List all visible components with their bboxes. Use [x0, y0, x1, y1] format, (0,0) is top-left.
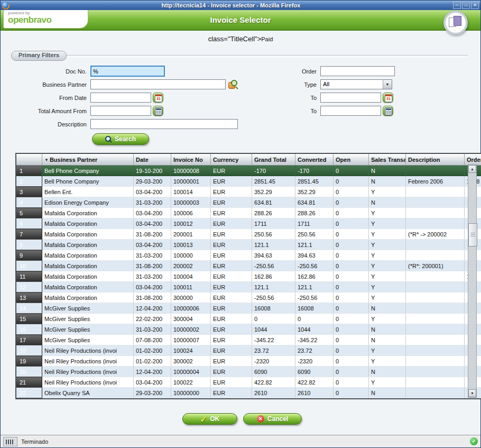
amount-from-calculator-button[interactable]	[153, 106, 163, 116]
cell-currency: EUR	[211, 229, 252, 240]
cell-sales: Y	[369, 292, 406, 303]
to-date-input[interactable]	[320, 93, 381, 103]
total-amount-from-input[interactable]	[90, 106, 151, 116]
invoice-row[interactable]: 21Neil Riley Productions (invoi03-04-200…	[16, 377, 481, 388]
business-partner-input[interactable]	[90, 79, 226, 89]
scroll-up-button[interactable]: ▲	[468, 165, 476, 173]
cell-converted: 634.81	[295, 197, 334, 208]
from-date-input[interactable]	[90, 93, 151, 103]
browser-window: http://tecnicia14 - Invoice selector - M…	[0, 0, 481, 448]
cell-invoice: 200002	[171, 261, 211, 271]
column-header-date[interactable]: Date	[134, 154, 171, 166]
column-header-order[interactable]: Order	[465, 154, 481, 166]
to-amount-input[interactable]	[320, 106, 381, 116]
description-input[interactable]	[90, 119, 238, 129]
cancel-button[interactable]: ✕ Cancel	[243, 413, 302, 425]
invoice-row[interactable]: 5Mafalda Corporation03-04-200100006EUR28…	[16, 208, 481, 218]
invoice-row[interactable]: 2Bell Phone Company29-03-20010000001EUR2…	[16, 176, 481, 187]
cell-open: 0	[334, 166, 369, 176]
column-header-open[interactable]: Open	[334, 154, 369, 166]
invoice-grid: ▼Business PartnerDateInvoice NoCurrencyG…	[15, 153, 481, 399]
column-header-invoice[interactable]: Invoice No	[171, 154, 211, 166]
invoice-row[interactable]: 14McGiver Supplies12-04-20010000006EUR16…	[16, 303, 481, 314]
cell-date: 31-08-200	[134, 261, 171, 271]
invoice-row[interactable]: 8Mafalda Corporation03-04-200100013EUR12…	[16, 240, 481, 250]
to-amount-calculator-button[interactable]	[383, 106, 393, 116]
invoice-row[interactable]: 10Mafalda Corporation31-08-200200002EUR-…	[16, 261, 481, 271]
invoice-row[interactable]: 1Bell Phone Company19-10-20010000008EUR-…	[16, 166, 481, 176]
cell-open: 0	[334, 292, 369, 303]
cell-converted: 1711	[295, 218, 334, 229]
invoice-row[interactable]: 9Mafalda Corporation31-03-200100000EUR39…	[16, 250, 481, 261]
order-input[interactable]	[320, 66, 395, 76]
calculator-screen	[156, 108, 161, 110]
cell-grand: 1044	[252, 324, 295, 335]
cell-date: 03-04-200	[134, 240, 171, 250]
invoice-row[interactable]: 19Neil Riley Productions (invoi01-02-200…	[16, 356, 481, 367]
invoice-row[interactable]: 15McGiver Supplies22-02-200300004EUR000Y	[16, 314, 481, 324]
invoice-row[interactable]: 13Mafalda Corporation31-08-200300000EUR-…	[16, 292, 481, 303]
column-header-desc[interactable]: Description	[406, 154, 465, 166]
cell-invoice: 300002	[171, 356, 211, 367]
column-header-rownum[interactable]	[16, 154, 42, 166]
invoice-row[interactable]: 16McGiver Supplies31-03-20010000002EUR10…	[16, 324, 481, 335]
invoice-row[interactable]: 12Mafalda Corporation03-04-200100011EUR1…	[16, 282, 481, 292]
row-number-cell: 3	[16, 187, 42, 197]
cell-grand: 121.1	[252, 240, 295, 250]
type-select[interactable]: All ▼	[320, 79, 392, 89]
invoice-row[interactable]: 20Neil Riley Productions (invoi12-04-200…	[16, 367, 481, 377]
cell-open: 0	[334, 367, 369, 377]
column-header-sales[interactable]: Sales Transaction	[369, 154, 406, 166]
cell-sales: N	[369, 176, 406, 187]
invoice-row[interactable]: 4Edison Energy Company31-03-20010000003E…	[16, 197, 481, 208]
window-controls: ─ □ ✕	[453, 2, 479, 9]
calculator-screen	[386, 108, 391, 110]
column-header-grand[interactable]: Grand Total	[252, 154, 295, 166]
cell-desc	[406, 367, 465, 377]
invoice-row[interactable]: 3Bellen Ent.03-04-200100014EUR352.29352.…	[16, 187, 481, 197]
cell-open: 0	[334, 345, 369, 356]
invoice-row[interactable]: 6Mafalda Corporation03-04-200100012EUR17…	[16, 218, 481, 229]
scroll-down-button[interactable]: ▼	[468, 389, 476, 397]
cell-invoice: 10000001	[171, 176, 211, 187]
scrollbar-thumb[interactable]	[468, 223, 477, 246]
cell-date: 31-03-200	[134, 271, 171, 282]
cell-partner: Neil Riley Productions (invoi	[42, 377, 134, 388]
cell-date: 31-08-200	[134, 229, 171, 240]
to-date-calendar-button[interactable]: 31	[383, 93, 393, 103]
order-label: Order	[267, 66, 317, 77]
column-header-currency[interactable]: Currency	[211, 154, 252, 166]
vertical-scrollbar[interactable]: ▲ ▼	[468, 164, 477, 398]
status-bars-icon	[6, 440, 13, 444]
invoice-row[interactable]: 18Neil Riley Productions (invoi01-02-200…	[16, 345, 481, 356]
cell-open: 0	[334, 176, 369, 187]
cell-currency: EUR	[211, 282, 252, 292]
cell-date: 31-08-200	[134, 292, 171, 303]
ok-button[interactable]: ✓ OK	[182, 413, 237, 425]
doc-no-input[interactable]	[90, 66, 165, 77]
cell-open: 0	[334, 187, 369, 197]
column-header-partner[interactable]: ▼Business Partner	[42, 154, 134, 166]
invoice-row[interactable]: 7Mafalda Corporation31-08-200200001EUR25…	[16, 229, 481, 240]
cell-date: 22-02-200	[134, 314, 171, 324]
magnifier-handle-icon	[109, 140, 112, 143]
minimize-button[interactable]: ─	[453, 2, 461, 9]
cell-sales: Y	[369, 314, 406, 324]
invoice-row[interactable]: 22Obelix Quarry SA29-03-20010000000EUR26…	[16, 388, 481, 398]
close-button[interactable]: ✕	[471, 2, 479, 9]
invoice-table-header-row: ▼Business PartnerDateInvoice NoCurrencyG…	[16, 154, 481, 166]
row-number-cell: 1	[16, 166, 42, 176]
invoice-row[interactable]: 17McGiver Supplies07-08-20010000007EUR-3…	[16, 335, 481, 345]
cell-invoice: 10000003	[171, 197, 211, 208]
cell-date: 07-08-200	[134, 335, 171, 345]
business-partner-search-icon[interactable]	[228, 80, 238, 89]
search-button[interactable]: Search	[92, 133, 149, 145]
row-number-cell: 12	[16, 282, 42, 292]
cell-date: 12-04-200	[134, 367, 171, 377]
column-header-converted[interactable]: Converted	[295, 154, 334, 166]
from-date-calendar-button[interactable]: 31	[153, 93, 163, 103]
maximize-button[interactable]: □	[462, 2, 470, 9]
magnifier-lens-icon	[231, 80, 237, 86]
invoice-row[interactable]: 11Mafalda Corporation31-03-200100004EUR1…	[16, 271, 481, 282]
cell-grand: 16008	[252, 303, 295, 314]
